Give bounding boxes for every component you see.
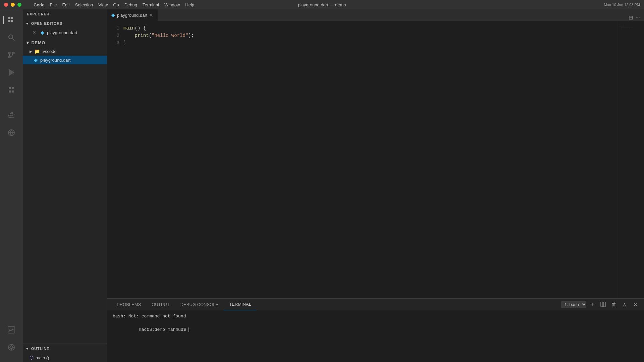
activity-search[interactable] xyxy=(3,29,19,46)
svg-point-15 xyxy=(10,346,13,349)
cube-icon: ⬡ xyxy=(30,355,34,360)
svg-rect-7 xyxy=(8,115,9,116)
svg-point-4 xyxy=(9,56,10,58)
tab-bar: ◆ playground.dart ✕ ⊟ ··· xyxy=(107,9,644,21)
terminal-cursor xyxy=(189,327,189,332)
terminal-line-1: bash: Not: command not found xyxy=(113,313,639,320)
line-number-3: 3 xyxy=(107,39,119,47)
line-numbers: 1 2 3 xyxy=(107,21,123,298)
terminal-tab-bar: PROBLEMS OUTPUT DEBUG CONSOLE TERMINAL 1… xyxy=(107,299,644,310)
maximize-window-button[interactable] xyxy=(17,3,21,7)
kill-terminal-button[interactable]: 🗑 xyxy=(609,300,619,309)
code-line-2: print("hello world"); xyxy=(123,32,617,39)
activity-helm[interactable] xyxy=(3,339,19,355)
svg-rect-22 xyxy=(603,302,605,307)
open-editors-header[interactable]: ▼ OPEN EDITORS xyxy=(23,19,107,28)
window-controls: Code File Edit Selection View Go Debug T… xyxy=(4,2,194,7)
window-title: playground.dart — demo xyxy=(298,2,346,7)
vscode-folder-name: .vscode xyxy=(42,49,57,54)
activity-extensions[interactable] xyxy=(3,82,19,98)
tab-close-button[interactable]: ✕ xyxy=(149,12,153,18)
terminal-prompt: macOS:demo mahmud$ xyxy=(139,327,189,332)
close-window-button[interactable] xyxy=(4,3,8,7)
code-editor[interactable]: 1 2 3 main() { print("hello world"); } m… xyxy=(107,21,644,298)
outline-header[interactable]: ▼ OUTLINE xyxy=(23,344,107,353)
menu-debug[interactable]: Debug xyxy=(124,2,137,7)
code-line-3: } xyxy=(123,39,617,47)
dart-file-icon-2: ◆ xyxy=(32,57,39,63)
line-number-2: 2 xyxy=(107,32,119,39)
open-editor-playground-dart[interactable]: ✕ ◆ playground.dart xyxy=(23,28,107,37)
menu-file[interactable]: File xyxy=(50,2,57,7)
maximize-panel-button[interactable]: ∧ xyxy=(620,300,629,309)
split-editor-button[interactable]: ⊟ xyxy=(629,14,633,21)
terminal-actions: 1: bash + 🗑 ∧ ✕ xyxy=(561,300,640,309)
svg-point-0 xyxy=(9,35,13,39)
outline-main-label: main () xyxy=(36,355,49,360)
activity-source-control[interactable] xyxy=(3,47,19,63)
terminal-content[interactable]: bash: Not: command not found macOS:demo … xyxy=(107,310,644,362)
playground-dart-file-item[interactable]: ◆ playground.dart xyxy=(23,56,107,64)
shell-selector[interactable]: 1: bash xyxy=(561,301,586,308)
explorer-label: EXPLORER xyxy=(27,12,50,16)
menu-help[interactable]: Help xyxy=(185,2,194,7)
tab-dart-icon: ◆ xyxy=(111,12,115,18)
tab-playground-dart[interactable]: ◆ playground.dart ✕ xyxy=(107,9,158,21)
menu-window[interactable]: Window xyxy=(164,2,180,7)
playground-dart-filename: playground.dart xyxy=(40,58,70,63)
app-name: Code xyxy=(34,2,45,7)
outline-main-function[interactable]: ⬡ main () xyxy=(23,353,107,362)
svg-rect-21 xyxy=(601,302,603,307)
menu-view[interactable]: View xyxy=(98,2,108,7)
tab-filename: playground.dart xyxy=(117,13,147,18)
debug-console-tab[interactable]: DEBUG CONSOLE xyxy=(175,299,224,310)
demo-label: DEMO xyxy=(32,40,46,45)
demo-arrow: ▼ xyxy=(25,40,30,45)
code-content[interactable]: main() { print("hello world"); } xyxy=(123,21,617,298)
folder-icon: 📁 xyxy=(34,48,40,55)
demo-folder-header[interactable]: ▼ DEMO xyxy=(23,38,107,47)
vscode-folder-arrow: ▶ xyxy=(30,50,32,53)
svg-point-3 xyxy=(13,52,14,54)
open-editors-arrow: ▼ xyxy=(25,22,29,25)
titlebar-right: Mon 10 Jun 12:03 PM xyxy=(604,3,640,7)
svg-point-2 xyxy=(9,52,10,54)
activity-explorer[interactable] xyxy=(3,12,19,28)
line-number-1: 1 xyxy=(107,24,119,32)
explorer-header[interactable]: EXPLORER xyxy=(23,9,107,19)
open-editor-filename: playground.dart xyxy=(47,30,77,35)
activity-remote[interactable] xyxy=(3,125,19,141)
editor-area: ◆ playground.dart ✕ ⊟ ··· 1 2 3 main() {… xyxy=(107,9,644,362)
svg-rect-8 xyxy=(10,115,11,116)
new-terminal-button[interactable]: + xyxy=(588,300,597,309)
code-line-1: main() { xyxy=(123,24,617,32)
svg-line-1 xyxy=(12,39,14,41)
problems-tab[interactable]: PROBLEMS xyxy=(111,299,146,310)
output-tab[interactable]: OUTPUT xyxy=(146,299,175,310)
activity-analytics[interactable] xyxy=(3,322,19,338)
activity-run[interactable] xyxy=(3,64,19,80)
minimap: main() { print("hello world"); } xyxy=(617,21,644,298)
close-editor-icon[interactable]: ✕ xyxy=(32,30,36,35)
terminal-line-2: macOS:demo mahmud$ xyxy=(113,320,639,340)
vscode-folder-item[interactable]: ▶ 📁 .vscode xyxy=(23,47,107,56)
menu-go[interactable]: Go xyxy=(113,2,119,7)
terminal-tab[interactable]: TERMINAL xyxy=(224,299,257,310)
dart-file-icon: ◆ xyxy=(39,29,46,36)
app-container: EXPLORER ▼ OPEN EDITORS ✕ ◆ playground.d… xyxy=(0,9,644,362)
close-panel-button[interactable]: ✕ xyxy=(631,300,640,309)
sidebar: EXPLORER ▼ OPEN EDITORS ✕ ◆ playground.d… xyxy=(23,9,107,362)
more-actions-button[interactable]: ··· xyxy=(636,15,640,21)
menu-selection[interactable]: Selection xyxy=(75,2,93,7)
activity-bar xyxy=(0,9,23,362)
split-terminal-button[interactable] xyxy=(598,300,608,309)
outline-label: OUTLINE xyxy=(31,347,49,351)
menu-terminal[interactable]: Terminal xyxy=(143,2,159,7)
terminal-panel: PROBLEMS OUTPUT DEBUG CONSOLE TERMINAL 1… xyxy=(107,298,644,362)
minimize-window-button[interactable] xyxy=(11,3,15,7)
activity-docker[interactable] xyxy=(3,107,19,123)
outline-arrow: ▼ xyxy=(25,347,29,351)
open-editors-label: OPEN EDITORS xyxy=(31,21,62,25)
editor-actions: ⊟ ··· xyxy=(625,14,644,21)
menu-edit[interactable]: Edit xyxy=(62,2,69,7)
